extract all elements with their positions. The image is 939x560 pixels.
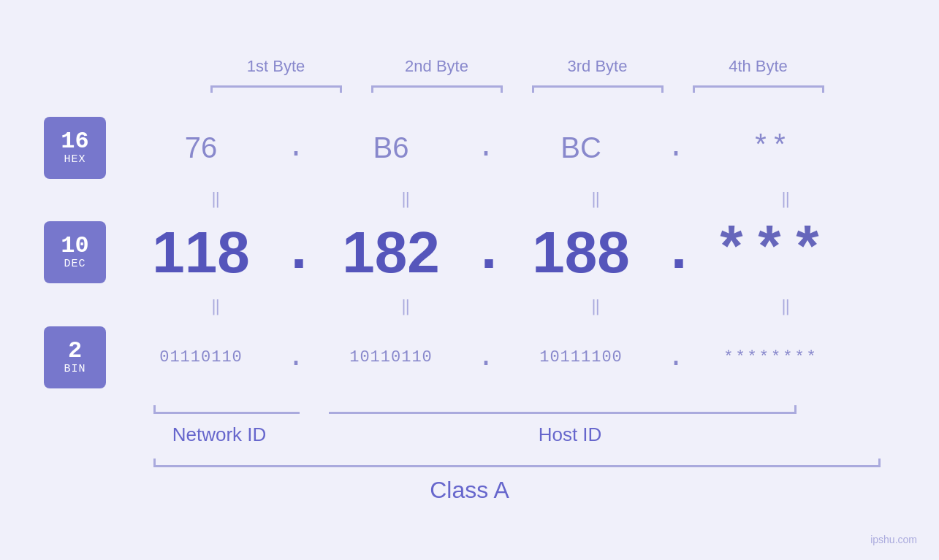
dec-b4: ***: [691, 219, 851, 285]
dec-dot1: .: [281, 219, 311, 285]
dec-b1: 118: [121, 219, 281, 286]
top-brackets: [44, 82, 895, 95]
eq1-b3: ‖: [515, 189, 676, 209]
bin-b1: 01110110: [121, 348, 281, 367]
byte4-header: 4th Byte: [678, 57, 839, 76]
hex-row: 16 HEX 76 . B6 . BC . **: [44, 117, 895, 179]
byte2-header: 2nd Byte: [357, 57, 517, 76]
hex-values: 76 . B6 . BC . **: [121, 131, 895, 164]
bin-row: 2 BIN 01110110 . 10110110 . 10111100 . *…: [44, 326, 895, 388]
bin-badge: 2 BIN: [44, 326, 106, 388]
bracket-b2: [357, 82, 517, 95]
bottom-brackets: [139, 403, 895, 418]
byte-headers: 1st Byte 2nd Byte 3rd Byte 4th Byte: [44, 57, 895, 76]
equals-row1: ‖ ‖ ‖ ‖: [44, 189, 895, 209]
bottom-section: Network ID Host ID: [44, 403, 895, 446]
hex-dot2: .: [471, 131, 501, 164]
hex-badge: 16 HEX: [44, 117, 106, 179]
eq2-b3: ‖: [515, 296, 676, 316]
bin-b3: 10111100: [501, 348, 661, 367]
hex-b4: **: [691, 131, 851, 164]
network-bracket: [139, 403, 300, 418]
bracket-b3: [517, 82, 678, 95]
full-bracket: [139, 456, 895, 471]
dec-row: 10 DEC 118 . 182 . 188 . ***: [44, 219, 895, 286]
bin-b4: ********: [691, 348, 851, 367]
eq1-b2: ‖: [325, 189, 486, 209]
bracket-b1: [196, 82, 357, 95]
hex-b2: B6: [311, 131, 471, 164]
hex-b3: BC: [501, 131, 661, 164]
eq1-b4: ‖: [705, 189, 866, 209]
hex-b1: 76: [121, 131, 281, 164]
eq1-b1: ‖: [135, 189, 296, 209]
bracket-b4: [678, 82, 839, 95]
eq2-b2: ‖: [325, 296, 486, 316]
class-label: Class A: [44, 477, 895, 504]
main-container: 1st Byte 2nd Byte 3rd Byte 4th Byte 16 H…: [0, 0, 939, 560]
host-id-label: Host ID: [329, 423, 811, 446]
bin-dot1: .: [281, 341, 311, 374]
watermark: ipshu.com: [870, 534, 917, 545]
bin-b2: 10110110: [311, 348, 471, 367]
id-labels: Network ID Host ID: [139, 423, 895, 446]
bin-dot2: .: [471, 341, 501, 374]
dec-b3: 188: [501, 219, 661, 286]
bin-values: 01110110 . 10110110 . 10111100 . *******…: [121, 341, 895, 374]
dec-badge: 10 DEC: [44, 221, 106, 283]
host-bracket: [329, 403, 811, 418]
dec-values: 118 . 182 . 188 . ***: [121, 219, 895, 286]
dec-b2: 182: [311, 219, 471, 286]
bin-dot3: .: [661, 341, 691, 374]
dec-dot2: .: [471, 219, 501, 285]
byte3-header: 3rd Byte: [517, 57, 678, 76]
hex-dot1: .: [281, 131, 311, 164]
network-id-label: Network ID: [139, 423, 300, 446]
byte1-header: 1st Byte: [196, 57, 357, 76]
hex-dot3: .: [661, 131, 691, 164]
equals-row2: ‖ ‖ ‖ ‖: [44, 296, 895, 316]
dec-dot3: .: [661, 219, 691, 285]
eq2-b1: ‖: [135, 296, 296, 316]
eq2-b4: ‖: [705, 296, 866, 316]
